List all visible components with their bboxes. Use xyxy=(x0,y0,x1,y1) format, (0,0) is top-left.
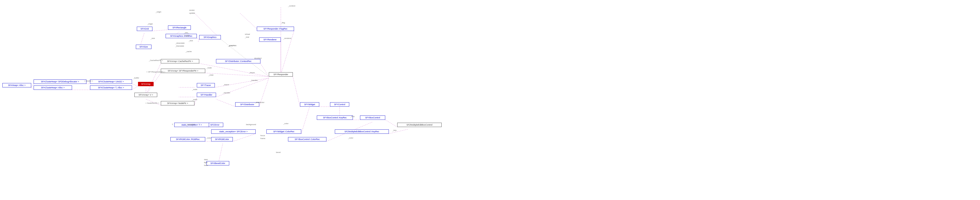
node-sfzmultipleeditboxcontrol-keyrec: SFZMultipleEditBoxControl::KeyRec xyxy=(335,129,389,134)
node-sfaheap: SFAHeap< Alloc > xyxy=(2,83,31,87)
label-exception: _exception xyxy=(186,124,196,125)
label-handler: _handler xyxy=(250,79,258,81)
svg-line-16 xyxy=(261,63,269,76)
label-color-widget: _color xyxy=(283,122,288,125)
svg-line-17 xyxy=(215,78,269,87)
label-uint32: = UInt32 = xyxy=(84,80,93,82)
label-color-boxcontrol: _color xyxy=(348,137,353,139)
label-base: base xyxy=(204,164,208,167)
node-sfxarray-cacherecptr: SFXArray< CacheRecPtr > xyxy=(161,59,199,63)
label-uclip: _uclip xyxy=(184,35,189,37)
label-sfyresponderptr: < SFYResponderPtr > xyxy=(146,71,165,73)
svg-line-39 xyxy=(198,40,199,42)
label-focus: focus xyxy=(261,135,265,137)
node-static-exception-sfcerror: static_exception< SFCError > xyxy=(211,129,256,134)
diagram-container: SFAHeap< Alloc > SFAClusteHeap< SFDDebug… xyxy=(0,0,980,200)
node-sfzmultipleeditboxcontrol: SFZMultipleEditBoxControl xyxy=(397,123,442,127)
node-sfxrgbcolor: SFXRGBColor xyxy=(211,137,233,141)
label-t: T xyxy=(172,124,173,125)
node-sfxrgbcolor-rgbrec: SFXRGBColor::RGBRec xyxy=(170,137,205,141)
node-sfxgrid: SFXGrid xyxy=(137,27,153,31)
label-origin-top: _origin xyxy=(156,11,161,13)
label-node3: _node xyxy=(192,98,197,101)
label-font: _font xyxy=(189,40,193,42)
node-sfxarray-v: SFXArray< V > xyxy=(134,93,157,97)
svg-line-7 xyxy=(146,63,161,95)
label-dcontext: _dcontext xyxy=(253,57,262,59)
node-sfyrenderer-flagrec: SFYResponder::FlagRec xyxy=(257,27,294,31)
svg-line-5 xyxy=(132,86,138,90)
node-sfxbevelcolor: SFXBevelColor xyxy=(207,161,229,165)
node-sfyrenderer: SFYRenderer xyxy=(259,38,281,42)
node-sfxclusterheap-uint32: SFXClusteHeap< UInt32 > xyxy=(90,79,132,84)
node-sfycontrol: SFYControl xyxy=(330,102,349,106)
node-sfxrectangle: SFXRectangle xyxy=(168,25,191,30)
label-bevel: bevel xyxy=(276,151,281,153)
svg-line-29 xyxy=(301,106,310,134)
node-sfydistributor-contextrec: SFYDistributor::ContextRec xyxy=(216,59,261,63)
svg-line-10 xyxy=(153,30,168,31)
svg-line-13 xyxy=(197,38,199,40)
label-origin2: _origin xyxy=(147,23,153,25)
label-info: _info_ xyxy=(184,32,189,34)
label-noderecptr: < NodeRecPtr > xyxy=(145,102,159,104)
label-stranslate: _stranslate xyxy=(175,42,185,44)
label-real: _real xyxy=(245,36,249,38)
svg-line-35 xyxy=(218,144,223,163)
label-cache: _cache xyxy=(186,51,192,52)
node-sfxgraphics: SFXGraphics xyxy=(199,35,221,40)
node-sfxarray-nodeptr: SFXArray< NodePtr > xyxy=(161,101,194,105)
label-tracer2: _tracer xyxy=(223,84,229,86)
label-key-sfz: _key xyxy=(393,129,396,131)
label-color-rgb: _color xyxy=(206,137,211,139)
label-cacherecptr: _CacheRecPtr > xyxy=(149,59,163,62)
node-sfxsize: SFXSize xyxy=(136,44,151,49)
label-size: _size xyxy=(151,37,155,40)
label-context: _context xyxy=(288,5,295,7)
node-sfaclusterheap-alloc: SFAClusteHeap< Alloc > xyxy=(33,86,72,90)
label-frame: frame xyxy=(261,137,265,140)
svg-line-31 xyxy=(389,129,408,134)
node-sfxgraphics-fontrec: SFXGraphics::FontRec xyxy=(165,34,197,38)
svg-line-37 xyxy=(240,13,259,31)
label-key-boxcontrol: _key xyxy=(350,115,355,117)
node-sfxclusterheap-t-alloc: SFXClusteHeap< T, Alloc > xyxy=(90,86,132,90)
svg-line-28 xyxy=(385,120,397,127)
node-sfyhandler: SFYHandler xyxy=(197,93,216,97)
label-itranslate: _itranslate xyxy=(175,45,184,47)
label-dark: dark xyxy=(204,159,208,160)
svg-line-15 xyxy=(205,73,269,76)
label-graphics: _graphics xyxy=(228,44,236,47)
label-render: render xyxy=(189,9,195,11)
node-sfywidget-colorrec: SFYWidget::ColorRec xyxy=(266,129,301,134)
label-buffer: _buffer xyxy=(133,77,139,79)
node-sfaclusterheap-sfdebug: SFAClusteHeap< SFDDebugAllocator > xyxy=(33,79,86,84)
svg-line-33 xyxy=(233,134,256,141)
label-handler2: _handler xyxy=(223,92,230,94)
node-sfyresponder: SFYResponder xyxy=(269,72,293,76)
svg-line-1 xyxy=(31,87,33,90)
label-background: background xyxy=(246,124,256,125)
label-node: _node xyxy=(207,67,212,69)
node-sfyboxcontrol-keyrec: SFYBoxControl::KeyRec xyxy=(317,116,353,120)
node-sfyboxcontrol-colorrec: SFYBoxControl::ColorRec xyxy=(288,137,326,141)
svg-line-0 xyxy=(31,84,33,87)
svg-line-18 xyxy=(216,78,269,97)
svg-line-4 xyxy=(132,84,138,86)
node-sfytracer: SFYTracer xyxy=(197,83,215,87)
label-node2: _node xyxy=(192,88,197,90)
label-tracer: _tracer xyxy=(249,71,255,74)
node-sfxarray-main: SFXArray xyxy=(138,82,154,86)
node-sfywidget: SFYWidget xyxy=(300,102,319,106)
svg-line-24 xyxy=(293,76,300,106)
svg-line-42 xyxy=(216,99,235,106)
label-renderer: _renderer xyxy=(283,37,292,40)
label-flag: _flag xyxy=(281,22,285,24)
node-sfxarray-sfyresponderptr: SFXArray< SFYResponderPtr > xyxy=(161,69,205,73)
label-distributor: _distributor xyxy=(255,101,264,103)
label-light: light xyxy=(204,161,208,163)
label-virtual: virtual xyxy=(245,33,250,35)
label-child: _child xyxy=(208,74,213,76)
node-sfyboxcontrol: SFYBoxControl xyxy=(360,116,385,120)
label-update: update xyxy=(189,12,195,14)
